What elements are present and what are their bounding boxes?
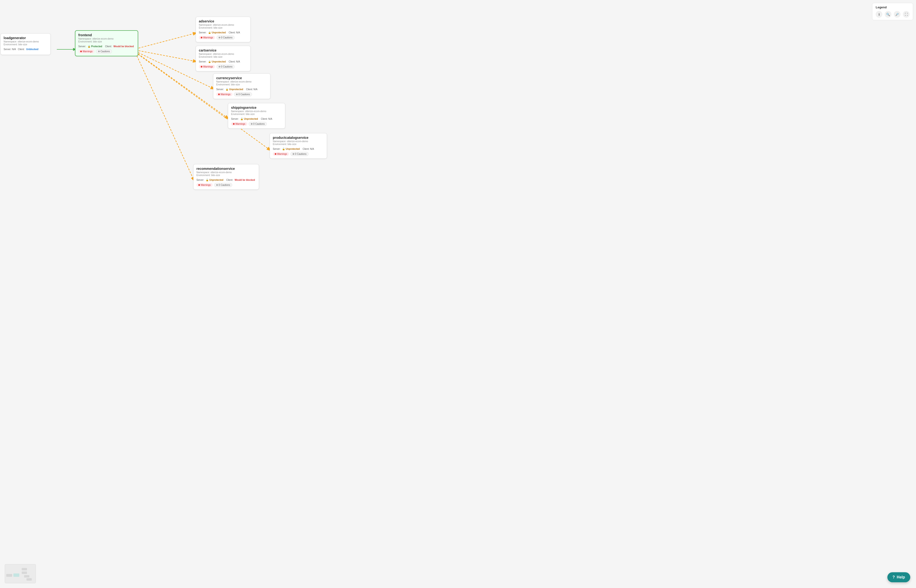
recommendationservice-namespace: Namespace: otterize-ecom-demo [196, 171, 256, 174]
adservice-warnings: Warnings [199, 36, 215, 39]
adservice-cautions: 0 Cautions [217, 36, 235, 40]
legend-icons: ℹ 🔍 🔎 ⛶ [876, 11, 910, 18]
frontend-server-label: Server: 🔒 Protected [78, 45, 103, 48]
cartservice-status-row: Server: 🔓 Unprotected Client: N/A [199, 60, 248, 63]
help-button[interactable]: ? Help [887, 572, 910, 582]
adservice-client-label: Client: N/A [229, 31, 240, 34]
node-loadgenerator[interactable]: loadgenerator Namespace: otterize-ecom-d… [0, 33, 50, 55]
node-adservice[interactable]: adservice Namespace: otterize-ecom-demo … [196, 17, 251, 42]
productcatalogservice-status-row: Server: 🔓 Unprotected Client: N/A [273, 147, 324, 150]
currencyservice-namespace: Namespace: otterize-ecom-demo [216, 81, 267, 83]
recommendationservice-status-row: Server: 🔓 Unprotected Client: Would be b… [196, 178, 256, 181]
frontend-namespace: Namespace: otterize-ecom-demo [78, 37, 135, 40]
recommendationservice-badge-row: Warnings 0 Cautions [196, 183, 256, 187]
currencyservice-server-label: Server: 🔓 Unprotected [216, 88, 244, 91]
recommendationservice-name: recommendationservice [196, 167, 256, 171]
shippingservice-environment: Environment: bite-size [231, 113, 282, 115]
cartservice-environment: Environment: bite-size [199, 56, 248, 58]
frontend-cautions: Cautions [96, 49, 112, 53]
arrows-svg [0, 0, 916, 588]
recommendationservice-cautions: 0 Cautions [214, 183, 232, 187]
loadgenerator-name: loadgenerator [3, 36, 47, 40]
adservice-environment: Environment: bite-size [199, 26, 248, 29]
recommendationservice-warnings: Warnings [196, 183, 213, 187]
productcatalogservice-warnings: Warnings [273, 152, 289, 156]
node-productcatalogservice[interactable]: productcatalogservice Namespace: otteriz… [270, 133, 327, 158]
recommendationservice-client-label: Client: Would be blocked [226, 178, 256, 181]
frontend-client-label: Client: Would be blocked [105, 45, 135, 48]
shippingservice-badge-row: Warnings 0 Cautions [231, 122, 282, 126]
legend-zoom-out-button[interactable]: 🔎 [894, 11, 900, 18]
loadgenerator-environment: Environment: bite-size [3, 43, 47, 46]
currencyservice-name: currencyservice [216, 76, 267, 80]
frontend-name: frontend [78, 33, 135, 37]
shippingservice-namespace: Namespace: otterize-ecom-demo [231, 110, 282, 113]
productcatalogservice-environment: Environment: bite-size [273, 143, 324, 145]
currencyservice-environment: Environment: bite-size [216, 83, 267, 86]
node-cartservice[interactable]: cartservice Namespace: otterize-ecom-dem… [196, 46, 251, 71]
cartservice-namespace: Namespace: otterize-ecom-demo [199, 53, 248, 55]
shippingservice-status-row: Server: 🔓 Unprotected Client: N/A [231, 117, 282, 120]
frontend-status-row: Server: 🔒 Protected Client: Would be blo… [78, 45, 135, 48]
loadgenerator-status-row: Server: N/A Client: Unblocked [3, 48, 47, 51]
cartservice-server-label: Server: 🔓 Unprotected [199, 60, 227, 63]
minimap-node-currencyservice [24, 575, 29, 578]
node-shippingservice[interactable]: shippingservice Namespace: otterize-ecom… [228, 103, 285, 129]
adservice-namespace: Namespace: otterize-ecom-demo [199, 24, 248, 26]
shippingservice-client-label: Client: N/A [261, 118, 272, 120]
svg-line-2 [136, 50, 196, 61]
loadgenerator-namespace: Namespace: otterize-ecom-demo [3, 40, 47, 43]
adservice-name: adservice [199, 19, 248, 23]
node-recommendationservice[interactable]: recommendationservice Namespace: otteriz… [193, 164, 259, 190]
legend-title: Legend [876, 5, 910, 9]
legend-fullscreen-button[interactable]: ⛶ [903, 11, 910, 18]
productcatalogservice-name: productcatalogservice [273, 136, 324, 139]
cartservice-badge-row: Warnings 0 Cautions [199, 65, 248, 69]
currencyservice-client-label: Client: N/A [246, 88, 257, 90]
productcatalogservice-client-label: Client: N/A [303, 148, 314, 150]
minimap-node-cartservice [22, 572, 27, 574]
legend-info-button[interactable]: ℹ [876, 11, 882, 18]
cartservice-cautions: 0 Cautions [217, 65, 235, 69]
productcatalogservice-namespace: Namespace: otterize-ecom-demo [273, 140, 324, 143]
frontend-environment: Environment: bite-size [78, 40, 135, 43]
productcatalogservice-badge-row: Warnings 0 Cautions [273, 152, 324, 156]
frontend-badge-row: Warnings Cautions [78, 49, 135, 53]
recommendationservice-server-label: Server: 🔓 Unprotected [196, 178, 224, 181]
cartservice-warnings: Warnings [199, 65, 215, 68]
currencyservice-status-row: Server: 🔓 Unprotected Client: N/A [216, 88, 267, 91]
shippingservice-warnings: Warnings [231, 122, 247, 126]
productcatalogservice-server-label: Server: 🔓 Unprotected [273, 147, 301, 150]
loadgenerator-server-label: Server: N/A [3, 48, 16, 50]
recommendationservice-environment: Environment: bite-size [196, 174, 256, 176]
minimap [5, 564, 36, 583]
legend-zoom-in-button[interactable]: 🔍 [885, 11, 892, 18]
help-icon: ? [893, 575, 895, 580]
minimap-node-frontend [13, 573, 19, 577]
adservice-badge-row: Warnings 0 Cautions [199, 36, 248, 40]
svg-line-1 [136, 33, 196, 49]
help-label: Help [897, 575, 905, 580]
node-frontend[interactable]: frontend Namespace: otterize-ecom-demo E… [75, 30, 138, 56]
minimap-node-loadgenerator [6, 574, 12, 577]
node-currencyservice[interactable]: currencyservice Namespace: otterize-ecom… [213, 73, 270, 99]
loadgenerator-client-label: Client: Unblocked [18, 48, 39, 51]
currencyservice-warnings: Warnings [216, 92, 233, 96]
shippingservice-server-label: Server: 🔓 Unprotected [231, 117, 259, 120]
cartservice-client-label: Client: N/A [229, 60, 240, 63]
cartservice-name: cartservice [199, 48, 248, 52]
currencyservice-cautions: 0 Cautions [234, 92, 252, 96]
currencyservice-badge-row: Warnings 0 Cautions [216, 92, 267, 96]
minimap-node-shippingservice [26, 578, 32, 581]
main-canvas: loadgenerator Namespace: otterize-ecom-d… [0, 0, 916, 588]
svg-line-6 [136, 53, 194, 181]
frontend-warnings: Warnings [78, 50, 94, 53]
legend-panel: Legend ℹ 🔍 🔎 ⛶ [872, 3, 913, 20]
shippingservice-cautions: 0 Cautions [249, 122, 267, 126]
minimap-content [5, 564, 36, 583]
productcatalogservice-cautions: 0 Cautions [290, 152, 309, 156]
adservice-status-row: Server: 🔓 Unprotected Client: N/A [199, 31, 248, 34]
shippingservice-name: shippingservice [231, 106, 282, 110]
adservice-server-label: Server: 🔓 Unprotected [199, 31, 227, 34]
minimap-node-adservice [22, 568, 27, 570]
